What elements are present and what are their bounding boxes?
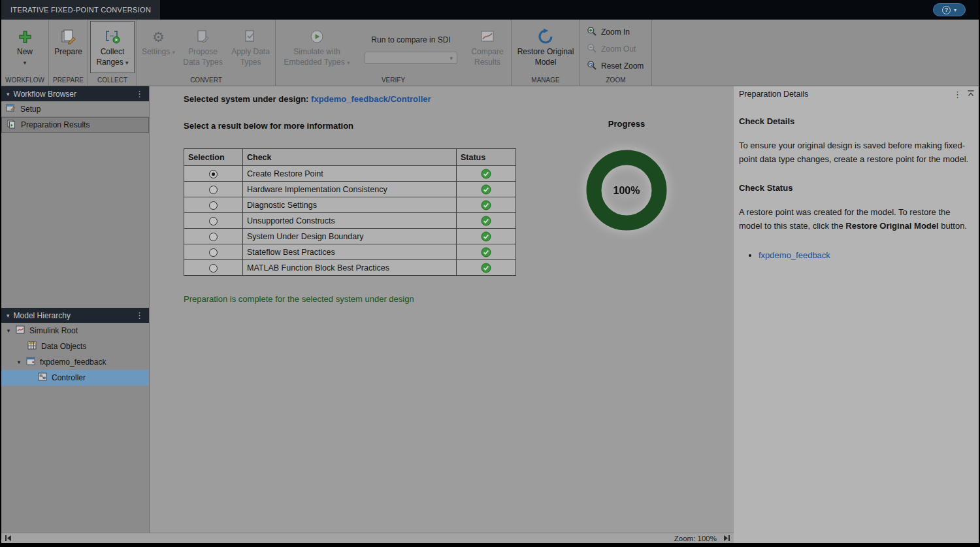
run-compare-sdi-dropdown[interactable]: ▾ [365,52,457,64]
apply-data-types-label: Apply Data Types [229,47,272,67]
check-name: Hardware Implementation Consistency [243,182,457,197]
zoom-out-label: Zoom Out [601,44,636,54]
check-name: Diagnostic Settings [243,197,457,213]
radio-button[interactable] [209,186,218,194]
radio-button[interactable] [209,201,218,210]
check-name: System Under Design Boundary [243,229,457,244]
prepare-icon [60,26,77,47]
column-header-status: Status [457,149,516,166]
ribbon-group-label-prepare: PREPARE [49,75,88,86]
preparation-details-panel: Preparation Details ⋮ Check Details To e… [734,86,979,543]
check-status-heading: Check Status [739,182,970,195]
table-row[interactable]: Hardware Implementation Consistency [184,182,516,197]
compare-results-icon [480,26,495,47]
chevron-down-icon: ▾ [24,59,27,66]
chevron-down-icon[interactable]: ▾ [16,359,22,365]
radio-button[interactable] [209,217,218,225]
radio-button[interactable] [209,233,218,241]
setup-icon [6,103,16,114]
chevron-down-icon[interactable]: ▾ [5,327,12,334]
table-row[interactable]: Unsupported Constructs [184,213,516,229]
kebab-menu-icon[interactable]: ⋮ [953,90,962,99]
tree-item-data-objects-label: Data Objects [41,342,86,351]
progress-donut-chart: 100% [585,148,668,232]
table-row[interactable]: Diagnostic Settings [184,197,516,213]
kebab-menu-icon[interactable]: ⋮ [135,89,144,99]
tree-item-fxpdemo-feedback[interactable]: ▾ fxpdemo_feedback [1,354,149,370]
zoom-in-button[interactable]: Zoom In [587,24,645,41]
checks-table: Selection Check Status Create Restore Po… [184,148,516,276]
collect-ranges-button[interactable]: Collect Ranges ▾ [90,21,135,73]
chevron-down-icon: ▾ [449,55,453,61]
run-compare-sdi-group: Run to compare in SDI ▾ [356,20,466,75]
tab-iterative-fixed-point-conversion[interactable]: ITERATIVE FIXED-POINT CONVERSION [1,0,160,20]
list-item: fxpdemo_feedback [759,249,970,263]
sidebar-item-setup[interactable]: Setup [1,101,149,117]
check-pass-icon [481,200,491,210]
new-button-label: New [17,47,33,56]
propose-data-types-button[interactable]: Propose Data Types [179,21,227,73]
model-hierarchy-header: ▾ Model Hierarchy ⋮ [1,308,149,323]
propose-data-types-icon [195,26,211,47]
reset-zoom-button[interactable]: Reset Zoom [587,58,645,75]
skip-to-start-icon[interactable] [5,535,12,542]
new-button[interactable]: New ▾ [6,21,44,73]
sidebar-item-preparation-results[interactable]: Preparation Results [1,117,149,133]
status-bar: Zoom: 100% [1,533,734,543]
fxpdemo-feedback-link[interactable]: fxpdemo_feedback [759,250,830,260]
titlebar: ITERATIVE FIXED-POINT CONVERSION ? ▾ [1,0,979,20]
table-row[interactable]: Create Restore Point [184,166,516,182]
zoom-in-label: Zoom In [601,27,630,37]
chevron-down-icon[interactable]: ▾ [7,312,10,319]
table-row[interactable]: System Under Design Boundary [184,229,516,244]
kebab-menu-icon[interactable]: ⋮ [135,310,144,320]
check-status-text: A restore point was created for the mode… [739,206,970,233]
simulate-embedded-button[interactable]: Simulate with Embedded Types ▾ [278,21,355,73]
table-row[interactable]: Stateflow Best Practices [184,244,516,260]
prepare-button-label: Prepare [54,47,82,58]
subsystem-icon [38,373,48,384]
ribbon-section-manage: Restore Original Model MANAGE [512,20,580,86]
apply-data-types-icon [243,26,259,47]
radio-button[interactable] [209,264,218,273]
selected-system-link[interactable]: fxpdemo_feedback/Controller [311,94,431,104]
check-name: Unsupported Constructs [243,213,457,229]
settings-button[interactable]: ⚙ Settings ▾ [140,21,178,73]
data-objects-icon [27,341,37,352]
apply-data-types-button[interactable]: Apply Data Types [229,21,273,73]
check-name: Stateflow Best Practices [243,244,457,260]
left-sidebar: ▾ Workflow Browser ⋮ Setup [1,86,150,533]
gear-icon: ⚙ [152,26,165,47]
tree-item-simulink-root[interactable]: ▾ Simulink Root [1,323,149,339]
check-pass-icon [481,216,491,226]
simulate-embedded-label: Simulate with Embedded Types [284,47,344,67]
prepare-button[interactable]: Prepare [50,21,87,73]
ribbon-group-label-convert: CONVERT [137,75,275,86]
radio-button[interactable] [209,170,218,178]
preparation-details-title: Preparation Details [739,90,808,99]
run-compare-sdi-label: Run to compare in SDI [371,35,450,44]
details-link-list: fxpdemo_feedback [759,249,970,263]
table-row[interactable]: MATLAB Function Block Best Practices [184,260,516,276]
collapse-toolstrip-icon[interactable] [967,90,975,99]
chevron-down-icon: ▾ [347,59,350,66]
check-pass-icon [481,247,491,257]
checks-table-header-row: Selection Check Status [184,149,516,166]
help-button[interactable]: ? ▾ [933,3,966,16]
zoom-out-button[interactable]: Zoom Out [587,41,645,58]
check-pass-icon [481,263,491,273]
chevron-down-icon[interactable]: ▾ [7,91,10,97]
progress-widget: Progress 100% [571,119,682,235]
compare-results-button[interactable]: Compare Results [466,21,508,73]
tree-item-fxpdemo-feedback-label: fxpdemo_feedback [40,357,106,367]
app-window: ITERATIVE FIXED-POINT CONVERSION ? ▾ New… [0,0,980,547]
skip-to-end-icon[interactable] [723,535,730,542]
tree-item-controller[interactable]: Controller [1,370,149,386]
ribbon-section-collect: Collect Ranges ▾ COLLECT [88,20,137,86]
workflow-browser-title: Workflow Browser [14,90,76,99]
column-header-check: Check [243,149,457,166]
tree-item-data-objects[interactable]: Data Objects [1,339,149,354]
radio-button[interactable] [209,248,218,257]
ribbon-section-prepare: Prepare PREPARE [49,20,88,86]
restore-original-model-button[interactable]: Restore Original Model [514,21,577,73]
